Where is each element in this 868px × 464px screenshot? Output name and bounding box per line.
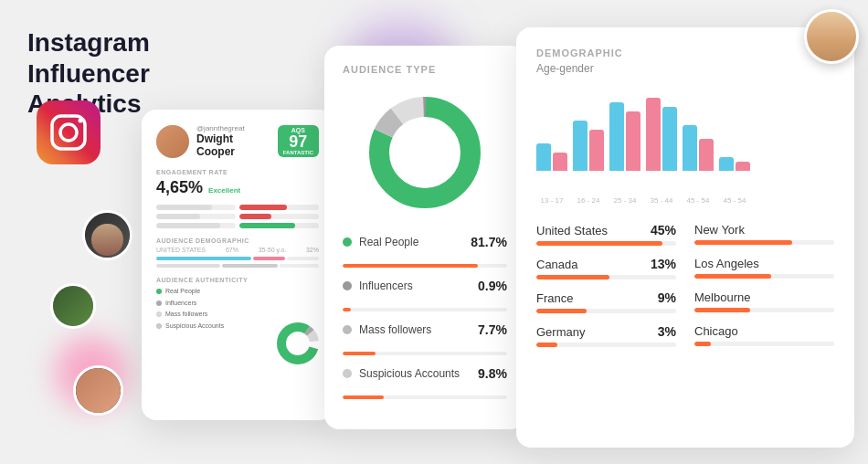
avatar-3 xyxy=(73,365,123,416)
demo-age: 35-50 y.o. xyxy=(259,247,287,253)
bar-13-17-blue xyxy=(536,143,551,171)
authenticity-section: AUDIENCE AUTHENTICITY Real People Influe… xyxy=(156,277,319,332)
real-people-dot xyxy=(343,237,352,247)
profile-header: @jannthegreat Dwight Cooper AQS 97 FANTA… xyxy=(156,124,319,158)
location-name-melbourne: Melbourne xyxy=(694,290,750,304)
bar-25-34-pink xyxy=(626,111,640,171)
location-name-canada: Canada xyxy=(536,258,578,271)
location-name-us: United States xyxy=(536,224,608,237)
top-right-avatar xyxy=(804,9,859,64)
x-label-1: 13 - 17 xyxy=(536,196,567,205)
location-name-ny: New York xyxy=(694,223,745,237)
influencers-pct: 0.9% xyxy=(478,279,507,293)
engagement-value: 4,65% xyxy=(156,178,203,197)
audience-donut-chart xyxy=(343,93,507,212)
age-gender-chart xyxy=(536,89,834,189)
audience-item-suspicious: Suspicious Accounts 9.8% xyxy=(343,366,507,381)
svg-point-12 xyxy=(390,118,460,187)
profile-handle: @jannthegreat xyxy=(196,124,270,132)
demo-location: UNITED STATES xyxy=(156,247,206,253)
engagement-quality: Excellent xyxy=(208,186,240,195)
x-label-6: 45 - 54 xyxy=(719,196,750,205)
engagement-section: ENGAGEMENT RATE 4,65% Excellent xyxy=(156,169,319,228)
demo-age-pct: 32% xyxy=(306,247,319,253)
location-name-la: Los Angeles xyxy=(694,257,759,270)
bar-35-44-pink xyxy=(646,98,661,171)
age-gender-label: Age-gender xyxy=(536,62,834,75)
influencers-dot xyxy=(343,281,352,290)
audience-item-influencers: Influencers 0.9% xyxy=(343,279,507,293)
location-melbourne: Melbourne xyxy=(694,290,834,313)
avatar-1 xyxy=(82,210,132,260)
bar-16-24-pink xyxy=(589,130,604,171)
real-people-label: Real People xyxy=(359,236,418,248)
influencers-label: Influencers xyxy=(359,279,413,292)
audience-item-mass-followers: Mass followers 7.7% xyxy=(343,322,507,337)
auth-legend: Real People Influencers Mass followers S… xyxy=(156,286,224,332)
profile-avatar xyxy=(156,125,189,158)
location-germany: Germany 3% xyxy=(536,324,676,347)
suspicious-label: Suspicious Accounts xyxy=(359,367,460,380)
authenticity-label: AUDIENCE AUTHENTICITY xyxy=(156,277,319,283)
bar-13-17-pink xyxy=(553,153,567,171)
suspicious-pct: 9.8% xyxy=(478,366,507,381)
location-chicago: Chicago xyxy=(694,324,834,347)
x-label-5: 45 - 54 xyxy=(683,196,714,205)
bar-45-54-pink xyxy=(699,139,714,171)
demo-pct: 67% xyxy=(226,247,238,253)
location-pct-canada: 13% xyxy=(651,257,676,271)
aqs-subtitle: FANTASTIC xyxy=(283,150,313,155)
audience-card: AUDIENCE TYPE Real People 81.7% xyxy=(324,46,525,429)
mass-followers-pct: 7.7% xyxy=(478,322,507,337)
bar-35-44-blue xyxy=(662,107,677,171)
x-label-3: 25 - 34 xyxy=(609,196,640,205)
audience-items: Real People 81.7% Influencers 0.9% Mass … xyxy=(343,235,507,399)
mass-followers-label: Mass followers xyxy=(359,323,431,336)
location-name-germany: Germany xyxy=(536,325,585,339)
bar-45-54-blue xyxy=(683,125,697,171)
location-name-france: France xyxy=(536,291,573,305)
instagram-logo xyxy=(37,100,101,164)
svg-point-3 xyxy=(79,119,83,123)
avatar-2 xyxy=(50,283,96,329)
audience-item-real-people: Real People 81.7% xyxy=(343,235,507,249)
location-new-york: New York xyxy=(694,223,834,246)
demo-card-title: DEMOGRAPHIC xyxy=(536,47,834,58)
bar-55-blue xyxy=(719,157,734,171)
location-france: France 9% xyxy=(536,290,676,313)
real-people-pct: 81.7% xyxy=(471,235,507,249)
engagement-label: ENGAGEMENT RATE xyxy=(156,169,319,175)
bar-55-pink xyxy=(736,162,750,171)
demographic-card: DEMOGRAPHIC Age-gender 13 - 17 16 xyxy=(516,27,854,448)
svg-point-7 xyxy=(289,334,307,353)
mini-donut xyxy=(275,321,321,370)
location-united-states: United States 45% xyxy=(536,223,676,246)
profile-card: @jannthegreat Dwight Cooper AQS 97 FANTA… xyxy=(142,110,333,420)
audience-demographic-section: AUDIENCE DEMOGRAPHIC UNITED STATES 67% 3… xyxy=(156,237,319,268)
aqs-badge: AQS 97 FANTASTIC xyxy=(278,125,319,157)
audience-card-title: AUDIENCE TYPE xyxy=(343,64,507,75)
location-canada: Canada 13% xyxy=(536,257,676,279)
svg-rect-0 xyxy=(37,100,101,164)
location-grid: United States 45% New York Canada 13% Lo… xyxy=(536,223,834,358)
profile-info: @jannthegreat Dwight Cooper xyxy=(196,124,270,158)
x-axis: 13 - 17 16 - 24 25 - 34 35 - 44 45 - 54 … xyxy=(536,196,834,205)
location-pct-us: 45% xyxy=(651,223,676,237)
mass-followers-dot xyxy=(343,325,352,334)
bar-16-24-blue xyxy=(573,121,587,171)
suspicious-dot xyxy=(343,369,352,378)
location-pct-germany: 3% xyxy=(658,324,676,339)
x-label-4: 35 - 44 xyxy=(646,196,677,205)
demo-label: AUDIENCE DEMOGRAPHIC xyxy=(156,237,319,244)
location-name-chicago: Chicago xyxy=(694,324,738,338)
x-label-2: 16 - 24 xyxy=(573,196,604,205)
location-los-angeles: Los Angeles xyxy=(694,257,834,279)
profile-name: Dwight Cooper xyxy=(196,132,270,158)
bar-25-34-blue xyxy=(609,102,624,171)
aqs-score: 97 xyxy=(283,133,313,150)
location-pct-france: 9% xyxy=(658,290,676,305)
